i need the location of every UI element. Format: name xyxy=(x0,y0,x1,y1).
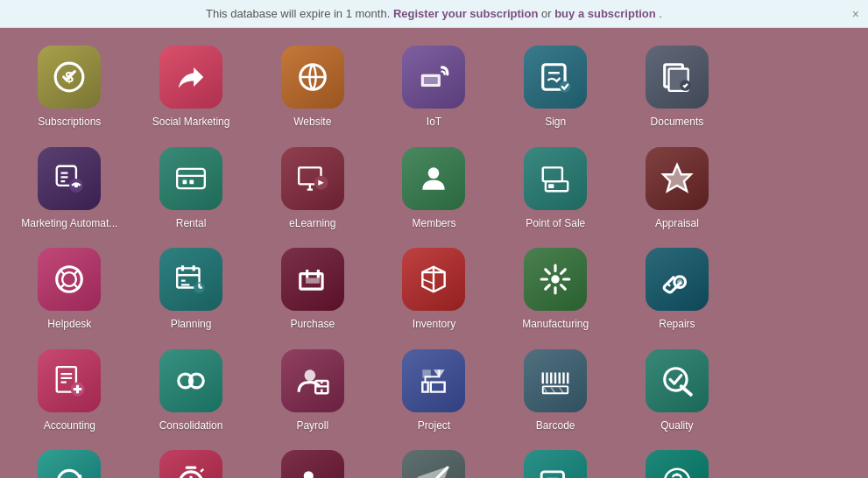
app-icon-appraisal xyxy=(646,147,709,210)
app-item-project[interactable]: Project xyxy=(373,341,495,442)
notification-bar: This database will expire in 1 month. Re… xyxy=(0,0,868,28)
app-icon-elearning xyxy=(281,147,344,210)
app-icon-manufacturing xyxy=(524,248,587,311)
app-icon-payroll xyxy=(281,349,344,412)
app-label-barcode: Barcode xyxy=(536,419,575,433)
app-item-point-of-sale[interactable]: Point of Sale xyxy=(495,138,617,240)
svg-point-51 xyxy=(677,279,682,285)
app-item-quality[interactable]: Quality xyxy=(617,341,738,442)
svg-rect-78 xyxy=(541,472,563,478)
app-label-repairs: Repairs xyxy=(659,318,695,332)
app-item-planning[interactable]: Planning xyxy=(131,239,252,341)
app-item-sign[interactable]: Sign xyxy=(495,37,617,138)
app-item-app-r2[interactable] xyxy=(131,441,252,478)
app-item-payroll[interactable]: Payroll xyxy=(251,341,373,442)
app-label-purchase: Purchase xyxy=(290,318,335,332)
notification-close[interactable]: × xyxy=(852,7,859,21)
app-item-manufacturing[interactable]: Manufacturing xyxy=(495,239,617,341)
app-icon-point-of-sale xyxy=(524,147,587,210)
app-item-purchase[interactable]: Purchase xyxy=(251,239,373,341)
app-icon-marketing-automation xyxy=(38,147,101,210)
app-icon-app-r1 xyxy=(38,450,101,478)
app-icon-app-r6 xyxy=(646,450,709,478)
app-item-app-r1[interactable] xyxy=(9,441,131,478)
app-icon-quality xyxy=(646,349,709,412)
svg-line-47 xyxy=(423,279,434,284)
svg-point-61 xyxy=(304,369,315,381)
svg-rect-5 xyxy=(424,77,438,84)
svg-point-15 xyxy=(74,183,79,187)
app-item-elearning[interactable]: eLearning xyxy=(251,138,373,240)
app-label-website: Website xyxy=(293,116,331,130)
app-icon-iot xyxy=(402,46,465,109)
app-label-members: Members xyxy=(412,217,455,231)
app-item-documents[interactable]: Documents xyxy=(617,37,738,138)
app-label-consolidation: Consolidation xyxy=(159,419,223,433)
app-icon-repairs xyxy=(646,248,709,311)
app-icon-app-r2 xyxy=(159,450,222,478)
app-item-subscriptions[interactable]: $Subscriptions xyxy=(9,37,131,138)
app-icon-app-r3 xyxy=(281,450,344,478)
app-item-accounting[interactable]: Accounting xyxy=(9,341,131,442)
app-item-app-r5[interactable] xyxy=(495,441,617,478)
app-item-app-r4[interactable] xyxy=(373,441,495,478)
app-label-project: Project xyxy=(418,419,450,433)
svg-rect-18 xyxy=(183,179,187,184)
svg-line-72 xyxy=(201,469,203,472)
app-label-marketing-automation: Marketing Automat... xyxy=(21,217,117,231)
app-label-documents: Documents xyxy=(651,116,704,130)
notification-connector: or xyxy=(541,7,552,20)
app-item-website[interactable]: Website xyxy=(251,37,373,138)
app-label-sign: Sign xyxy=(545,116,566,130)
app-item-iot[interactable]: IoT xyxy=(373,37,495,138)
app-icon-project xyxy=(402,349,465,412)
svg-line-50 xyxy=(667,284,670,286)
register-link[interactable]: Register your subscription xyxy=(393,7,538,20)
svg-rect-16 xyxy=(177,169,205,188)
app-icon-consolidation xyxy=(159,349,222,412)
app-label-accounting: Accounting xyxy=(44,419,95,433)
svg-point-73 xyxy=(303,472,313,479)
app-label-rental: Rental xyxy=(176,217,207,231)
app-item-marketing-automation[interactable]: Marketing Automat... xyxy=(9,138,131,240)
app-item-inventory[interactable]: Inventory xyxy=(373,239,495,341)
app-item-rental[interactable]: Rental xyxy=(131,138,252,240)
svg-point-48 xyxy=(551,275,560,284)
app-label-elearning: eLearning xyxy=(289,217,335,231)
app-label-appraisal: Appraisal xyxy=(655,217,699,231)
app-icon-barcode xyxy=(524,349,587,412)
app-item-social-marketing[interactable]: Social Marketing xyxy=(131,37,252,138)
app-icon-planning xyxy=(159,248,222,311)
app-icon-inventory xyxy=(402,248,465,311)
app-item-consolidation[interactable]: Consolidation xyxy=(131,341,252,442)
app-item-repairs[interactable]: Repairs xyxy=(617,239,738,341)
svg-rect-19 xyxy=(189,179,194,184)
app-grid: $SubscriptionsSocial MarketingWebsiteIoT… xyxy=(0,28,868,478)
app-icon-app-r4 xyxy=(402,450,465,478)
svg-rect-25 xyxy=(543,167,562,181)
app-label-social-marketing: Social Marketing xyxy=(152,116,230,130)
app-item-barcode[interactable]: Barcode xyxy=(495,341,617,442)
app-icon-app-r5 xyxy=(524,450,587,478)
svg-point-24 xyxy=(428,167,440,179)
app-item-appraisal[interactable]: Appraisal xyxy=(617,138,738,240)
app-icon-sign xyxy=(524,46,587,109)
app-label-helpdesk: Helpdesk xyxy=(47,318,91,332)
app-item-app-r3[interactable] xyxy=(251,441,373,478)
svg-rect-44 xyxy=(306,278,320,284)
app-label-subscriptions: Subscriptions xyxy=(38,116,101,130)
app-label-planning: Planning xyxy=(171,318,212,332)
app-label-inventory: Inventory xyxy=(413,318,455,332)
app-icon-website xyxy=(281,46,344,109)
app-icon-documents xyxy=(646,46,709,109)
app-label-manufacturing: Manufacturing xyxy=(522,318,589,332)
app-item-helpdesk[interactable]: Helpdesk xyxy=(9,239,131,341)
app-item-app-r6[interactable] xyxy=(617,441,738,478)
buy-link[interactable]: buy a subscription xyxy=(554,7,656,20)
app-item-members[interactable]: Members xyxy=(373,138,495,240)
svg-rect-27 xyxy=(548,184,554,188)
app-icon-social-marketing xyxy=(159,46,222,109)
app-icon-rental xyxy=(159,147,222,210)
app-label-quality: Quality xyxy=(660,419,693,433)
app-label-point-of-sale: Point of Sale xyxy=(526,217,585,231)
